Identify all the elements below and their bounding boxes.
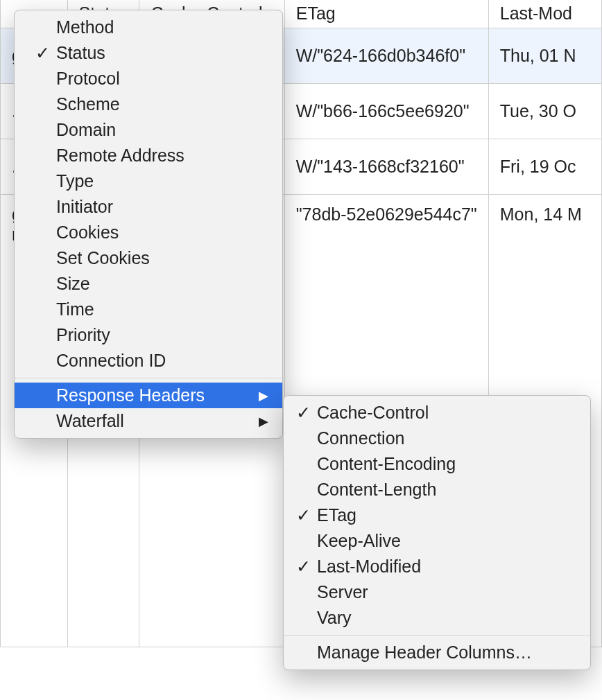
menu-item-size[interactable]: Size <box>15 271 282 297</box>
menu-item-initiator[interactable]: Initiator <box>15 194 282 220</box>
menu-item-label: Manage Header Columns… <box>296 642 580 663</box>
check-icon: ✓ <box>295 557 311 577</box>
menu-item-keep-alive[interactable]: Keep-Alive <box>284 528 590 554</box>
menu-item-type[interactable]: Type <box>15 168 282 194</box>
menu-item-response-headers[interactable]: Response Headers▶ <box>15 383 282 408</box>
menu-item-label: Priority <box>35 325 273 345</box>
menu-item-label: Content-Encoding <box>296 454 580 474</box>
menu-item-label: Protocol <box>35 69 273 89</box>
check-icon: ✓ <box>295 505 311 525</box>
menu-item-method[interactable]: Method <box>15 15 282 40</box>
menu-item-content-encoding[interactable]: Content-Encoding <box>284 451 590 477</box>
check-icon: ✓ <box>295 403 311 423</box>
menu-item-waterfall[interactable]: Waterfall▶ <box>15 408 282 434</box>
menu-item-connection[interactable]: Connection <box>284 426 590 451</box>
menu-item-label: Set Cookies <box>35 248 273 268</box>
menu-item-content-length[interactable]: Content-Length <box>284 477 590 502</box>
menu-item-last-modified[interactable]: ✓Last-Modified <box>284 554 590 579</box>
menu-item-label: Initiator <box>35 197 273 217</box>
manage-header-columns[interactable]: Manage Header Columns… <box>284 640 590 665</box>
menu-item-vary[interactable]: Vary <box>284 605 590 631</box>
menu-item-remote-address[interactable]: Remote Address <box>15 143 282 168</box>
cell-last: Fri, 19 Oc <box>488 139 601 194</box>
menu-item-label: Last-Modified <box>296 557 580 577</box>
menu-item-set-cookies[interactable]: Set Cookies <box>15 245 282 271</box>
menu-item-label: Content-Length <box>296 480 580 500</box>
menu-item-label: Connection ID <box>35 351 273 371</box>
menu-item-label: Server <box>296 582 580 602</box>
check-icon: ✓ <box>34 43 51 63</box>
cell-etag: W/"b66-166c5ee6920" <box>284 83 488 139</box>
menu-item-label: Cache-Control <box>296 403 580 423</box>
menu-item-label: Scheme <box>35 94 273 114</box>
menu-item-label: Status <box>35 43 273 63</box>
menu-item-etag[interactable]: ✓ETag <box>284 502 590 528</box>
cell-etag: W/"143-1668cf32160" <box>284 139 488 194</box>
menu-separator <box>15 378 282 378</box>
submenu-arrow-icon: ▶ <box>259 388 273 403</box>
menu-item-label: Connection <box>296 428 580 448</box>
menu-item-connection-id[interactable]: Connection ID <box>15 348 282 374</box>
menu-item-domain[interactable]: Domain <box>15 117 282 143</box>
menu-item-time[interactable]: Time <box>15 297 282 322</box>
response-headers-submenu[interactable]: ✓Cache-ControlConnectionContent-Encoding… <box>283 395 591 670</box>
menu-item-label: Type <box>35 171 273 191</box>
menu-item-priority[interactable]: Priority <box>15 322 282 348</box>
column-context-menu[interactable]: Method✓StatusProtocolSchemeDomainRemote … <box>14 10 283 439</box>
menu-item-label: Response Headers <box>35 385 259 405</box>
menu-item-protocol[interactable]: Protocol <box>15 66 282 91</box>
menu-item-label: Keep-Alive <box>296 531 580 551</box>
menu-item-label: Time <box>35 299 273 320</box>
menu-item-server[interactable]: Server <box>284 579 590 605</box>
col-header-last[interactable]: Last-Mod <box>488 0 601 28</box>
menu-item-cache-control[interactable]: ✓Cache-Control <box>284 400 590 426</box>
menu-item-status[interactable]: ✓Status <box>15 40 282 66</box>
menu-item-label: Cookies <box>35 222 273 243</box>
submenu-arrow-icon: ▶ <box>259 414 273 429</box>
cell-last: Thu, 01 N <box>488 28 601 83</box>
menu-item-label: Size <box>35 274 273 294</box>
menu-item-scheme[interactable]: Scheme <box>15 91 282 117</box>
menu-item-cookies[interactable]: Cookies <box>15 220 282 245</box>
cell-last: Tue, 30 O <box>488 83 601 139</box>
cell-etag: W/"624-166d0b346f0" <box>284 28 488 83</box>
menu-item-label: Waterfall <box>35 411 259 431</box>
menu-item-label: Domain <box>35 120 273 140</box>
menu-item-label: Vary <box>296 608 580 628</box>
menu-item-label: Method <box>35 17 273 37</box>
menu-separator <box>284 635 590 636</box>
menu-item-label: ETag <box>296 505 580 525</box>
menu-item-label: Remote Address <box>35 146 273 166</box>
col-header-etag[interactable]: ETag <box>284 0 488 28</box>
